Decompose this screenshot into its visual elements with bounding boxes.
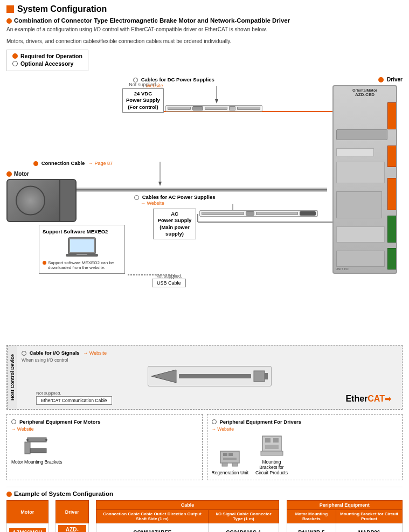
example-header: Example of System Configuration: [6, 490, 403, 497]
circuit-bracket-name: Mounting Brackets for Circuit Products: [253, 459, 290, 475]
plus-sub-3: [279, 510, 287, 523]
table-row: AZM66MCH ● + AZD-CED ● + CCM010Z1BFF: [7, 523, 403, 533]
support-software-box: Support Software MEXEO2 Support software…: [39, 225, 125, 274]
support-title: Support Software MEXEO2: [43, 229, 121, 234]
ac-cable-radio-icon: [134, 195, 139, 200]
col-header-io-cable: I/O Signal Cable Connector Type (1 m): [208, 510, 279, 523]
host-control-device: Host Control Device Cable for I/O Signal…: [6, 345, 403, 410]
cables-ac-label: Cables for AC Power Supplies → Website: [134, 194, 215, 206]
svg-marker-18: [151, 370, 176, 383]
dc-not-supplied: Not supplied.: [122, 82, 164, 87]
col-header-motor: Motor: [7, 501, 48, 523]
host-content: Cable for I/O Signals → Website When usi…: [17, 346, 402, 409]
ethercat-paw-icon: ➡: [385, 395, 391, 403]
svg-point-25: [26, 439, 29, 441]
legend-optional: Optional Accessory: [12, 60, 82, 67]
optional-label: Optional Accessory: [20, 60, 73, 67]
drivers-peripheral-radio-icon: [212, 419, 217, 424]
dc-power-box: Not supplied. 24 VDC Power Supply (For c…: [122, 82, 164, 113]
dc-cable-repr: [165, 105, 316, 112]
motor-cell: AZM66MCH ●: [7, 523, 48, 533]
io-cable-title: Cable for I/O Signals: [30, 350, 80, 356]
ethercat-cable-box: EtherCAT Communication Cable: [36, 396, 112, 405]
driver-brand: OrientalMotor AZD-CED: [352, 88, 377, 97]
driver-io-block: [336, 191, 382, 218]
col-header-peripheral: Peripheral Equipment: [287, 501, 402, 510]
svg-marker-3: [215, 99, 218, 103]
plus-1: +: [48, 523, 56, 533]
conn-cable-radio-icon: [33, 161, 38, 166]
regen-unit-icon: [218, 448, 242, 467]
svg-rect-23: [25, 442, 30, 454]
svg-rect-15: [70, 239, 94, 252]
laptop-icon: [66, 237, 98, 258]
dc-label-3: (For control): [128, 104, 158, 110]
peripheral-drivers-box: Peripheral Equipment For Drivers → Websi…: [207, 414, 403, 480]
ethercat-not-supplied-text: Not supplied.: [36, 391, 112, 396]
ac-label-3: (Main power: [160, 224, 189, 230]
io-cable-connector-icon: [253, 369, 269, 384]
circuit-bracket-value: MADP06: [338, 530, 400, 533]
svg-rect-29: [228, 453, 233, 456]
io-cable-value: CC24D010C-1: [211, 530, 276, 533]
motor-peripheral-items: Motor Mounting Brackets: [11, 435, 198, 465]
combo-desc-1: An example of a configuration using I/O …: [6, 26, 403, 33]
svg-point-26: [45, 439, 47, 441]
svg-rect-31: [222, 463, 227, 466]
legend-required: Required for Operation: [12, 53, 82, 59]
driver-cell: AZD-CED ●: [56, 523, 88, 533]
motors-peripheral-title-text: Peripheral Equipment For Motors: [19, 419, 100, 425]
motor-bracket-item: Motor Mounting Brackets: [11, 435, 62, 465]
plus-3: +: [279, 523, 287, 533]
svg-rect-34: [265, 438, 271, 443]
driver-connector-bot: [387, 178, 397, 210]
section-header: System Configuration: [6, 4, 403, 14]
plus-sub-1: [48, 510, 56, 523]
host-device-label: Host Control Device: [7, 346, 17, 409]
conn-cable-title: Connection Cable: [41, 160, 85, 166]
ethercat-logo-cat: CAT: [368, 394, 385, 403]
peripheral-equipment-row: Peripheral Equipment For Motors → Websit…: [6, 414, 403, 480]
usb-cable-box: USB Cable: [152, 279, 186, 287]
svg-rect-17: [77, 254, 87, 255]
driver-value: AZD-CED: [58, 525, 86, 532]
motor-radio-icon: [6, 171, 12, 177]
svg-rect-28: [223, 453, 227, 456]
combo-title: Combination of Connector Type Electromag…: [14, 17, 290, 24]
ethercat-logo: EtherCAT➡: [345, 394, 391, 404]
driver-power-block: [336, 226, 385, 243]
motor-bracket-icon: [22, 435, 52, 457]
driver-connector-block: [336, 162, 385, 183]
svg-marker-11: [158, 182, 162, 186]
regen-unit-item: Regeneration Unit: [212, 448, 249, 475]
motor-end-cap: [59, 180, 75, 221]
ac-label-1: AC: [171, 211, 178, 217]
conn-cable-value: CCM010Z1BFF: [99, 530, 206, 533]
required-label: Required for Operation: [20, 53, 82, 59]
motor-brackets-value: PALW2P-5: [289, 530, 334, 533]
col-header-driver: Driver: [56, 501, 88, 523]
driver-bottom-label: UNIT I/O: [336, 267, 349, 271]
required-radio-icon: [12, 53, 18, 59]
combo-header: Combination of Connector Type Electromag…: [6, 17, 403, 24]
driver-connector-green-top: [387, 216, 397, 243]
driver-usb-block: [336, 251, 385, 267]
driver-connector-top: [387, 102, 397, 129]
usb-not-supplied: Not supplied.: [152, 273, 186, 279]
io-cable-cell: CC24D010C-1 ○: [208, 523, 279, 533]
orange-square-icon: [6, 5, 14, 13]
peripheral-drivers-title: Peripheral Equipment For Drivers: [212, 419, 398, 425]
legend-box: Required for Operation Optional Accessor…: [6, 50, 88, 71]
optional-radio-icon: [12, 61, 18, 66]
plus-sub-2: [88, 510, 96, 523]
support-note-text: Support software MEXEO2 can be downloade…: [48, 260, 121, 270]
svg-rect-20: [254, 371, 265, 382]
peripheral-motors-box: Peripheral Equipment For Motors → Websit…: [6, 414, 203, 480]
example-orange-dot-icon: [6, 492, 12, 497]
cables-ac-arrow: → Website: [141, 201, 164, 206]
regen-unit-name: Regeneration Unit: [212, 470, 249, 475]
motor-area: Motor: [6, 171, 77, 222]
usb-cable-area: Not supplied. USB Cable: [152, 273, 186, 287]
drivers-website-link: → Website: [212, 426, 398, 432]
svg-rect-35: [273, 438, 279, 443]
